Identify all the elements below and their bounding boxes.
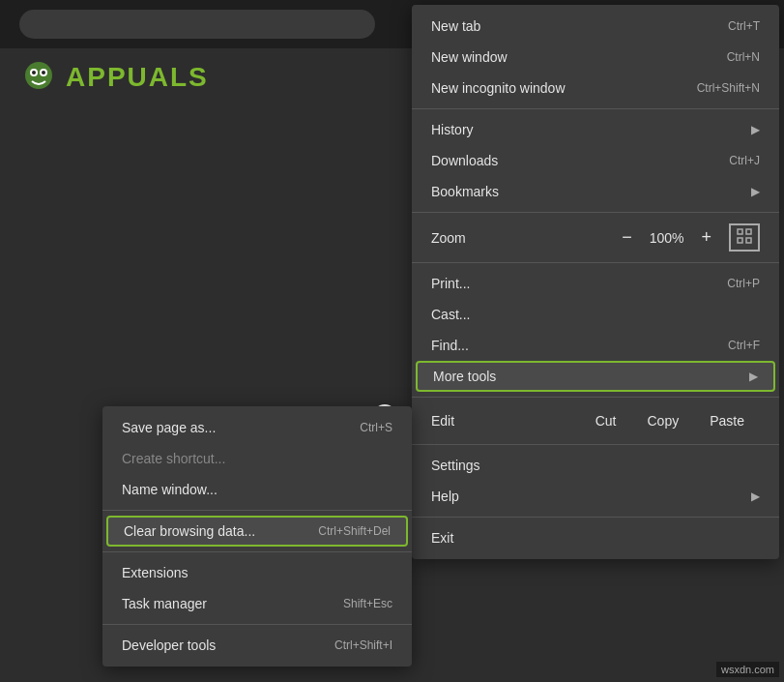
- divider-3: [412, 262, 779, 263]
- divider-4: [412, 397, 779, 398]
- menu-item-new-incognito[interactable]: New incognito window Ctrl+Shift+N: [412, 73, 779, 104]
- zoom-fullscreen-button[interactable]: [729, 223, 760, 252]
- svg-point-4: [42, 71, 45, 74]
- svg-rect-5: [738, 229, 742, 234]
- menu-item-find[interactable]: Find... Ctrl+F: [412, 330, 779, 361]
- fullscreen-icon: [737, 228, 752, 244]
- divider-2: [412, 212, 779, 213]
- zoom-row: Zoom − 100% +: [412, 218, 779, 257]
- menu-item-history[interactable]: History ▶: [412, 114, 779, 145]
- logo-text: APPUALS: [66, 62, 209, 93]
- sub-divider-1: [102, 510, 412, 511]
- submenu-extensions[interactable]: Extensions: [102, 557, 412, 588]
- sub-divider-2: [102, 551, 412, 552]
- submenu-save-page[interactable]: Save page as... Ctrl+S: [102, 412, 412, 443]
- svg-rect-6: [746, 229, 751, 234]
- menu-item-help[interactable]: Help ▶: [412, 481, 779, 512]
- main-menu: New tab Ctrl+T New window Ctrl+N New inc…: [412, 5, 779, 559]
- submenu-clear-browsing-data[interactable]: Clear browsing data... Ctrl+Shift+Del: [106, 516, 408, 547]
- logo-icon: [19, 58, 58, 97]
- submenu-create-shortcut[interactable]: Create shortcut...: [102, 443, 412, 474]
- menu-item-new-tab[interactable]: New tab Ctrl+T: [412, 11, 779, 42]
- cut-button[interactable]: Cut: [580, 408, 632, 433]
- zoom-plus-button[interactable]: +: [695, 227, 717, 248]
- copy-button[interactable]: Copy: [632, 408, 695, 433]
- edit-row: Edit Cut Copy Paste: [412, 402, 779, 439]
- submenu-developer-tools[interactable]: Developer tools Ctrl+Shift+I: [102, 630, 412, 661]
- submenu-name-window[interactable]: Name window...: [102, 474, 412, 505]
- divider-1: [412, 108, 779, 109]
- submenu-task-manager[interactable]: Task manager Shift+Esc: [102, 588, 412, 619]
- divider-5: [412, 444, 779, 445]
- menu-item-new-window[interactable]: New window Ctrl+N: [412, 42, 779, 73]
- logo-area: APPUALS: [19, 58, 209, 97]
- menu-item-bookmarks[interactable]: Bookmarks ▶: [412, 176, 779, 207]
- menu-item-cast[interactable]: Cast...: [412, 299, 779, 330]
- menu-item-print[interactable]: Print... Ctrl+P: [412, 268, 779, 299]
- address-bar[interactable]: [19, 10, 375, 39]
- divider-6: [412, 517, 779, 518]
- more-tools-submenu: Save page as... Ctrl+S Create shortcut..…: [102, 406, 412, 667]
- zoom-minus-button[interactable]: −: [616, 227, 638, 248]
- menu-item-downloads[interactable]: Downloads Ctrl+J: [412, 145, 779, 176]
- watermark: wsxdn.com: [716, 662, 779, 677]
- svg-point-3: [32, 71, 36, 74]
- menu-item-exit[interactable]: Exit: [412, 522, 779, 553]
- paste-button[interactable]: Paste: [694, 408, 760, 433]
- svg-rect-7: [738, 238, 742, 243]
- menu-item-settings[interactable]: Settings: [412, 450, 779, 481]
- sub-divider-3: [102, 624, 412, 625]
- zoom-value: 100%: [650, 230, 684, 246]
- svg-rect-8: [746, 238, 751, 243]
- menu-item-more-tools[interactable]: More tools ▶: [416, 361, 775, 392]
